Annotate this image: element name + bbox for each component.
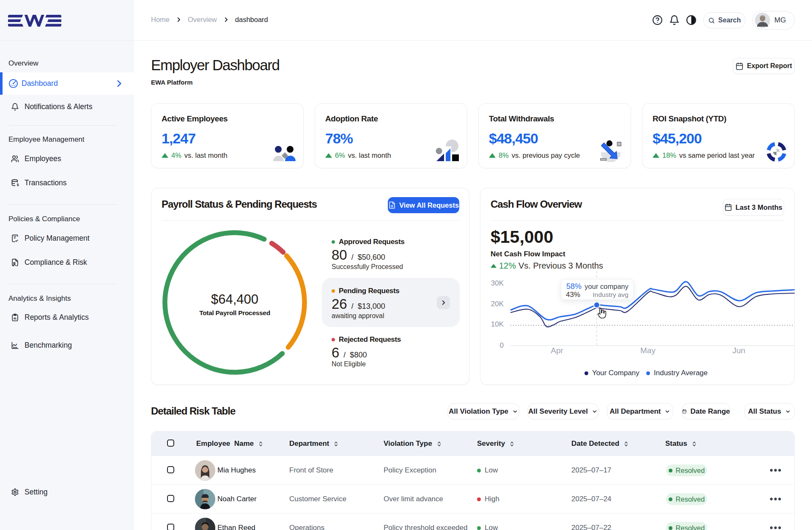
- svg-text:Jun: Jun: [732, 346, 746, 355]
- svg-text:$: $: [17, 182, 19, 187]
- svg-text:30K: 30K: [491, 279, 504, 287]
- svg-text:May: May: [640, 346, 656, 355]
- svg-text:0: 0: [500, 341, 504, 349]
- svg-text:Apr: Apr: [551, 346, 563, 355]
- svg-text:20K: 20K: [491, 300, 504, 308]
- svg-text:10K: 10K: [491, 320, 504, 328]
